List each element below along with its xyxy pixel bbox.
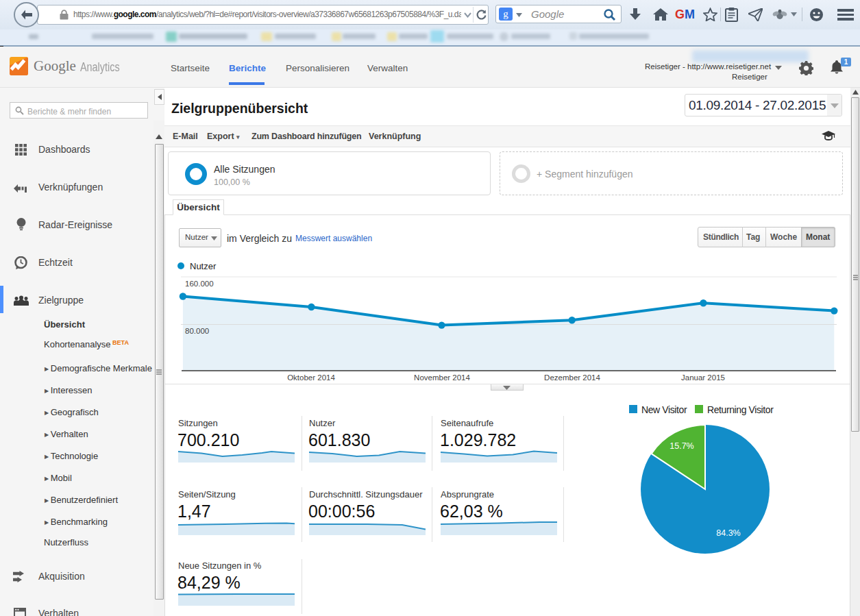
- svg-text:84.3%: 84.3%: [716, 528, 740, 538]
- svg-text:15.7%: 15.7%: [669, 441, 693, 451]
